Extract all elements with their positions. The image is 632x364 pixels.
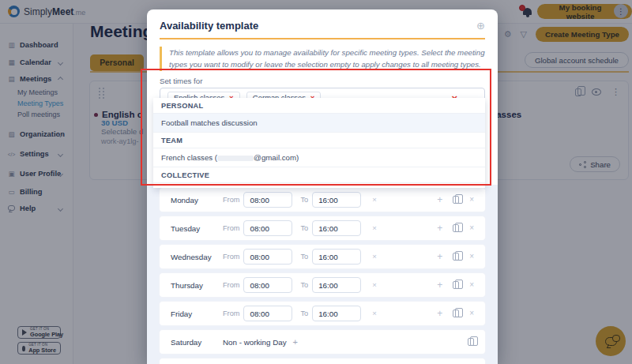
add-interval-icon[interactable]: + [437, 195, 442, 205]
from-time-input[interactable] [243, 192, 292, 208]
dropdown-group-collective: COLLECTIVE [153, 167, 485, 183]
add-interval-icon[interactable]: ⊕ [476, 21, 485, 31]
remove-interval-icon[interactable]: × [372, 281, 377, 289]
from-time-input[interactable] [243, 306, 292, 321]
modal-description: This template allows you to manage avail… [160, 47, 485, 71]
remove-interval-icon[interactable]: × [372, 196, 377, 204]
remove-interval-icon[interactable]: × [372, 253, 377, 261]
redacted-email [217, 156, 254, 161]
add-interval-icon[interactable]: + [437, 252, 442, 261]
from-time-input[interactable] [243, 249, 292, 265]
day-row-thursday: Thursday From To × + × [160, 273, 485, 297]
dropdown-option-collective-meeting[interactable]: Collective meeting [153, 183, 485, 188]
dropdown-option-football[interactable]: Football matches discussion [153, 114, 485, 133]
remove-interval-icon[interactable]: × [372, 310, 377, 317]
clear-day-icon[interactable]: × [469, 310, 474, 317]
dropdown-group-personal: PERSONAL [153, 98, 485, 114]
clear-day-icon[interactable]: × [469, 281, 474, 289]
modal-title: Availability template [160, 20, 258, 32]
add-interval-icon[interactable]: + [437, 223, 442, 233]
to-time-input[interactable] [312, 249, 361, 265]
dropdown-group-team: TEAM [153, 133, 485, 148]
availability-template-modal: Availability template ⊕ This template al… [147, 9, 498, 364]
from-time-input[interactable] [243, 277, 292, 293]
meeting-types-dropdown: PERSONAL Football matches discussion TEA… [153, 98, 485, 188]
weekly-schedule: Monday From To × + × Tuesday From To × [160, 188, 485, 364]
add-interval-icon[interactable]: + [437, 280, 442, 290]
clear-day-icon[interactable]: × [469, 253, 474, 261]
copy-day-icon[interactable] [453, 224, 459, 232]
day-row-friday: Friday From To × + × [160, 302, 485, 325]
day-row-monday: Monday From To × + × [160, 188, 485, 212]
to-time-input[interactable] [312, 220, 361, 236]
app-root: SimplyMeet.me My booking website ⋮ ▥ Das… [0, 0, 632, 364]
add-interval-icon[interactable]: + [293, 337, 298, 347]
day-row-saturday: Saturday Non - working Day + [160, 330, 485, 354]
day-row-tuesday: Tuesday From To × + × [160, 216, 485, 240]
copy-day-icon[interactable] [468, 338, 474, 346]
copy-day-icon[interactable] [453, 281, 459, 289]
dropdown-option-french-classes[interactable]: French classes (@gmail.com) [153, 148, 485, 167]
clear-day-icon[interactable]: × [469, 224, 474, 232]
day-row-wednesday: Wednesday From To × + × [160, 245, 485, 268]
remove-interval-icon[interactable]: × [372, 224, 377, 232]
day-row-sunday: Sunday Non - working Day + [160, 358, 485, 364]
to-time-input[interactable] [312, 306, 361, 321]
clear-day-icon[interactable]: × [469, 196, 474, 204]
copy-day-icon[interactable] [453, 253, 459, 261]
set-times-label: Set times for [160, 77, 485, 85]
to-time-input[interactable] [312, 277, 361, 293]
modal-title-divider [160, 38, 485, 39]
to-time-input[interactable] [312, 192, 361, 208]
from-time-input[interactable] [243, 220, 292, 236]
copy-day-icon[interactable] [453, 196, 459, 204]
copy-day-icon[interactable] [453, 310, 459, 317]
add-interval-icon[interactable]: + [437, 309, 442, 318]
